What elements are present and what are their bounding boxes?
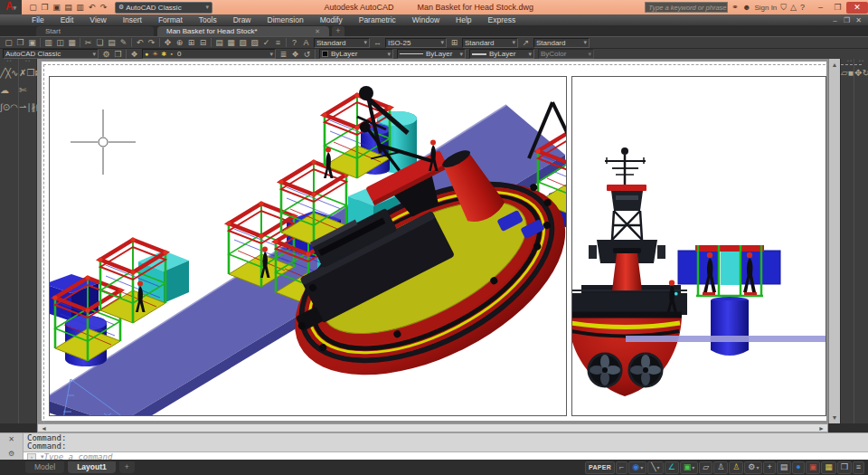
tool-palettes-icon[interactable]: ▧ [237, 37, 249, 48]
redo-icon[interactable]: ↷ [98, 2, 109, 14]
paper-space-toggle[interactable]: PAPER [585, 461, 615, 474]
drawing-area[interactable] [37, 59, 828, 423]
undo-icon[interactable]: ↶ [86, 2, 98, 14]
tab-active-drawing[interactable]: Man Basket for Head Stock* ✕ [157, 26, 329, 36]
help-icon[interactable]: ? [288, 37, 300, 48]
object-snap-icon[interactable]: ▣▾ [680, 461, 699, 474]
annotation-scale-icon[interactable]: ♙ [729, 461, 743, 474]
save-icon[interactable]: ▣ [51, 2, 62, 14]
application-menu-button[interactable]: A▾ [0, 0, 22, 14]
match-properties-icon[interactable]: ✎ [118, 37, 129, 48]
save-icon[interactable]: ▣ [26, 37, 38, 48]
autodesk360-icon[interactable]: △ [790, 3, 797, 12]
pan-icon[interactable]: ✥ [162, 37, 174, 48]
layer-previous-icon[interactable]: ↺ [301, 49, 313, 60]
undo-icon[interactable]: ↶ [134, 37, 146, 48]
doc-minimize-button[interactable]: – [829, 15, 841, 25]
trim-icon[interactable]: ✄ [19, 85, 26, 95]
markup-icon[interactable]: ✓ [260, 37, 272, 48]
menu-modify[interactable]: Modify [312, 14, 351, 25]
annotation-autoscale-icon[interactable]: ♙ [713, 461, 728, 474]
command-wrench-icon[interactable]: ⚙ [8, 450, 14, 458]
linetype-combo[interactable]: ByLayer▾ [397, 49, 466, 59]
zoom-previous-icon[interactable]: ⊟ [197, 37, 209, 48]
viewport-isometric[interactable] [49, 76, 567, 416]
viewport-front-elevation[interactable] [571, 76, 826, 416]
tab-start[interactable]: Start [36, 26, 154, 36]
lineweight-combo[interactable]: ByLayer▾ [469, 49, 534, 59]
zoom-window-icon[interactable]: ⊞ [185, 37, 197, 48]
cut-icon[interactable]: ✂ [82, 37, 94, 48]
workspace-combo[interactable]: AutoCAD Classic▾ [3, 49, 99, 59]
sign-in-link[interactable]: Sign In [754, 4, 777, 12]
menu-dimension[interactable]: Dimension [259, 14, 312, 25]
designcenter-icon[interactable]: ▦ [225, 37, 237, 48]
isolate-objects-icon[interactable]: ▣ [806, 461, 821, 474]
show-annotation-objects-icon[interactable]: ▱ [699, 461, 712, 474]
menu-draw[interactable]: Draw [225, 14, 259, 25]
mleader-style-combo[interactable]: Standard▾ [533, 38, 590, 48]
menu-express[interactable]: Express [480, 14, 524, 25]
scroll-left-icon[interactable]: ◄ [38, 424, 50, 432]
chevron-down-icon[interactable]: ▾ [640, 464, 643, 470]
menu-format[interactable]: Format [150, 14, 191, 25]
paste-icon[interactable]: ▤ [106, 37, 118, 48]
close-button[interactable]: ✕ [846, 2, 868, 14]
quick-properties-icon[interactable]: ▤ [777, 461, 792, 474]
make-layer-current-icon[interactable]: ❖ [289, 49, 301, 60]
qnew-icon[interactable]: ▢ [3, 37, 14, 48]
table-style-combo[interactable]: Standard▾ [462, 38, 518, 48]
layer-properties-icon[interactable]: ≣ [278, 49, 289, 60]
properties-icon[interactable]: ▤ [213, 37, 225, 48]
workspace-combo-titlebar[interactable]: ⚙ AutoCAD Classic ▾ [115, 2, 212, 14]
restore-button[interactable]: ❐ [829, 2, 846, 14]
menu-window[interactable]: Window [404, 14, 448, 25]
tab-model[interactable]: Model [25, 461, 64, 473]
tab-close-icon[interactable]: ✕ [315, 28, 320, 35]
tab-layout1[interactable]: Layout1 [68, 461, 116, 473]
annotation-monitor-icon[interactable]: + [763, 461, 775, 474]
3d-rotate-icon[interactable]: ↻ [862, 68, 868, 78]
chevron-down-icon[interactable]: ▾ [692, 464, 694, 470]
workspace-switching-icon[interactable]: ⚙▾ [744, 461, 762, 474]
layer-properties-manager-icon[interactable]: ❖ [128, 49, 140, 60]
chevron-down-icon[interactable]: ▾ [657, 464, 660, 470]
copy-clip-icon[interactable]: ❏ [94, 37, 106, 48]
menu-tools[interactable]: Tools [191, 14, 225, 25]
ellipse-icon[interactable]: ⊙ [3, 102, 10, 112]
doc-close-button[interactable]: ✕ [853, 15, 864, 25]
infer-constraints-icon[interactable]: ⌐ [616, 461, 627, 474]
workspace-settings-gear-icon[interactable]: ⚙ [100, 49, 112, 60]
copy-icon[interactable]: ❐ [26, 68, 34, 78]
revision-cloud-icon[interactable]: ☁ [0, 85, 9, 95]
sign-in-user-icon[interactable]: ☻ [742, 3, 750, 12]
scroll-up-icon[interactable]: ▲ [829, 59, 840, 71]
new-tab-button[interactable]: + [332, 26, 344, 36]
scroll-down-icon[interactable]: ▼ [829, 412, 840, 423]
zoom-realtime-icon[interactable]: ⊕ [174, 37, 185, 48]
hardware-acceleration-icon[interactable]: ▦ [821, 461, 836, 474]
horizontal-scrollbar[interactable]: ◄ ► [37, 423, 828, 432]
command-close-icon[interactable]: ✕ [8, 435, 14, 443]
menu-view[interactable]: View [81, 14, 114, 25]
menu-help[interactable]: Help [448, 14, 479, 25]
text-style-combo[interactable]: Standard▾ [314, 38, 370, 48]
menu-insert[interactable]: Insert [115, 14, 150, 25]
customization-menu-icon[interactable]: ≡ [853, 461, 864, 474]
menu-parametric[interactable]: Parametric [351, 14, 404, 25]
scroll-right-icon[interactable]: ► [816, 424, 827, 432]
menu-edit[interactable]: Edit [52, 14, 82, 25]
graphics-performance-icon[interactable]: ● [792, 461, 804, 474]
save-as-icon[interactable]: ▤ [62, 2, 74, 14]
quickcalc-icon[interactable]: ≡ [272, 37, 284, 48]
isometric-drafting-icon[interactable]: ∠ [665, 461, 679, 474]
qnew-icon[interactable]: ▢ [27, 2, 39, 14]
help-icon[interactable]: ? [800, 3, 805, 12]
new-layout-button[interactable]: + [119, 461, 135, 473]
chevron-down-icon[interactable]: ▾ [756, 464, 759, 470]
snap-mode-icon[interactable]: ◉▾ [628, 461, 646, 474]
menu-file[interactable]: File [24, 14, 52, 25]
search-binoculars-icon[interactable]: ⚭ [731, 3, 739, 12]
doc-restore-button[interactable]: ❐ [841, 15, 853, 25]
toolbar-grip[interactable]: • • [19, 59, 36, 64]
